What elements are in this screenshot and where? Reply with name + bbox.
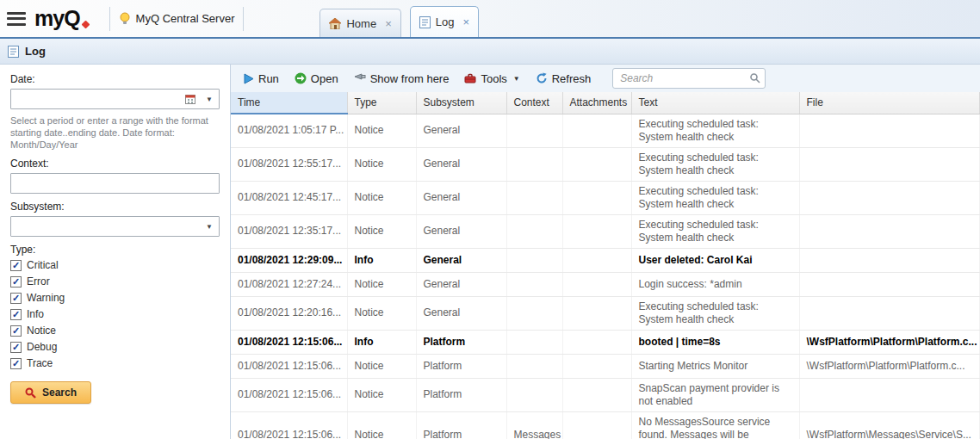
table-row[interactable]: 01/08/2021 12:29:09... Info General User… (231, 248, 980, 272)
cell-time: 01/08/2021 12:15:06... (231, 354, 347, 378)
date-label: Date: (10, 73, 220, 85)
cell-file: \WsfPlatform\Platform\Platform.c... (799, 330, 980, 354)
context-input[interactable] (10, 173, 220, 194)
cell-text: Starting Metrics Monitor (631, 354, 799, 378)
tab-home[interactable]: Home × (319, 9, 400, 37)
cell-type: Notice (347, 296, 416, 330)
date-input[interactable] (11, 90, 181, 108)
refresh-button[interactable]: Refresh (530, 70, 598, 88)
cell-time: 01/08/2021 12:20:16... (231, 296, 347, 330)
cell-attachments (562, 411, 631, 439)
log-icon (8, 46, 19, 58)
toolbox-icon (464, 73, 476, 83)
type-filter-option[interactable]: Info (10, 308, 220, 320)
search-icon[interactable] (749, 72, 760, 83)
cell-text: Executing scheduled task: System health … (631, 147, 799, 181)
cell-text: Executing scheduled task: System health … (631, 214, 799, 248)
tab-label: Home (346, 17, 376, 30)
show-from-here-label: Show from here (370, 72, 450, 85)
subsystem-input[interactable] (11, 217, 200, 236)
table-row[interactable]: 01/08/2021 12:45:17... Notice General Ex… (231, 181, 980, 214)
column-header-time[interactable]: Time (231, 92, 347, 114)
table-row[interactable]: 01/08/2021 12:55:17... Notice General Ex… (231, 147, 980, 181)
cell-type: Notice (347, 411, 416, 439)
hamburger-menu-icon[interactable] (7, 12, 26, 26)
cell-time: 01/08/2021 12:15:06... (231, 411, 347, 439)
cell-time: 01/08/2021 12:35:17... (231, 214, 347, 248)
checkbox[interactable] (10, 276, 22, 288)
date-dropdown-button[interactable]: ▼ (200, 90, 219, 108)
column-header-context[interactable]: Context (506, 92, 562, 114)
cell-type: Info (347, 330, 416, 354)
checkbox-label: Error (27, 275, 50, 288)
tab-label: Log (436, 15, 455, 28)
chevron-down-icon: ▼ (206, 223, 213, 231)
app-window: myQ MyQ Central Server Home × Log (0, 0, 980, 439)
cell-context (506, 296, 562, 330)
table-row[interactable]: 01/08/2021 1:05:17 P... Notice General E… (231, 114, 980, 147)
checkbox[interactable] (10, 358, 22, 369)
cell-type: Notice (347, 378, 416, 411)
type-filter-option[interactable]: Warning (10, 292, 220, 304)
checkbox[interactable] (10, 293, 22, 304)
tools-button[interactable]: Tools ▼ (458, 70, 525, 88)
cell-file (799, 181, 980, 214)
checkbox[interactable] (10, 342, 22, 353)
cell-attachments (562, 330, 631, 354)
cell-attachments (562, 114, 631, 147)
calendar-picker-button[interactable] (181, 90, 200, 108)
table-row[interactable]: 01/08/2021 12:15:06... Info Platform boo… (231, 330, 980, 354)
log-search-input[interactable] (612, 68, 766, 89)
table-row[interactable]: 01/08/2021 12:35:17... Notice General Ex… (231, 214, 980, 248)
column-header-text[interactable]: Text (631, 92, 799, 114)
type-filter-option[interactable]: Notice (10, 325, 220, 337)
column-header-file[interactable]: File (799, 92, 980, 114)
checkbox[interactable] (10, 309, 22, 320)
subsystem-dropdown-button[interactable]: ▼ (200, 217, 219, 236)
checkbox[interactable] (10, 260, 22, 271)
checkbox-label: Notice (27, 325, 56, 337)
tab-log[interactable]: Log × (410, 6, 479, 37)
show-from-here-button[interactable]: Show from here (348, 70, 456, 88)
table-row[interactable]: 01/08/2021 12:15:06... Notice Platform S… (231, 354, 980, 378)
column-header-subsystem[interactable]: Subsystem (416, 92, 506, 114)
column-header-type[interactable]: Type (347, 92, 416, 114)
log-table-body: 01/08/2021 1:05:17 P... Notice General E… (231, 114, 980, 439)
server-name-label: MyQ Central Server (136, 12, 235, 25)
type-filter-option[interactable]: Trace (10, 357, 220, 369)
type-filter-list: Critical Error Warning Info (10, 259, 220, 369)
cell-attachments (562, 147, 631, 181)
cell-subsystem: General (416, 272, 506, 296)
tools-label: Tools (481, 72, 506, 85)
cell-type: Info (347, 248, 416, 272)
cell-file (799, 378, 980, 411)
type-filter-option[interactable]: Debug (10, 341, 220, 353)
subsystem-select[interactable]: ▼ (10, 216, 220, 237)
cell-attachments (562, 378, 631, 411)
log-icon (419, 16, 431, 28)
log-table-container: Time Type Subsystem Context Attachments … (231, 92, 980, 439)
cell-file (799, 114, 980, 147)
run-button[interactable]: Run (238, 70, 285, 88)
cell-subsystem: General (416, 214, 506, 248)
checkbox[interactable] (10, 325, 22, 337)
cell-attachments (562, 181, 631, 214)
search-button[interactable]: Search (10, 381, 91, 404)
checkbox-label: Debug (27, 341, 57, 353)
checkbox-label: Trace (27, 357, 53, 369)
table-header-row: Time Type Subsystem Context Attachments … (231, 92, 980, 114)
cell-file (799, 147, 980, 181)
open-button[interactable]: Open (288, 70, 344, 88)
type-filter-option[interactable]: Critical (10, 259, 220, 271)
type-filter-option[interactable]: Error (10, 275, 220, 288)
cell-time: 01/08/2021 12:15:06... (231, 330, 347, 354)
table-row[interactable]: 01/08/2021 12:15:06... Notice Platform M… (231, 411, 980, 439)
table-row[interactable]: 01/08/2021 12:20:16... Notice General Ex… (231, 296, 980, 330)
type-label: Type: (10, 244, 220, 256)
table-row[interactable]: 01/08/2021 12:15:06... Notice Platform S… (231, 378, 980, 411)
column-header-attachments[interactable]: Attachments (562, 92, 631, 114)
tab-close-icon[interactable]: × (462, 15, 469, 28)
divider (109, 7, 110, 31)
tab-close-icon[interactable]: × (385, 17, 392, 30)
table-row[interactable]: 01/08/2021 12:27:24... Notice General Lo… (231, 272, 980, 296)
